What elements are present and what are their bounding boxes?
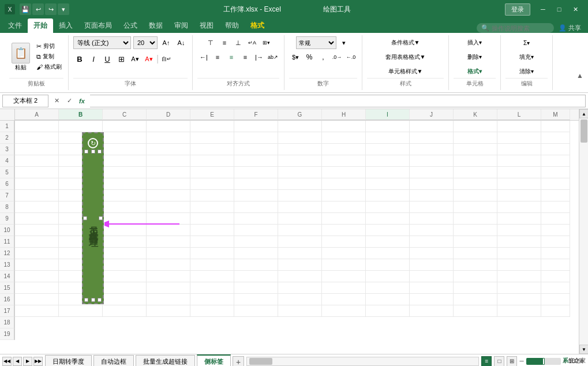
cell-L2[interactable] bbox=[497, 132, 541, 144]
align-center-btn[interactable]: ≡ bbox=[225, 51, 238, 64]
minimize-button[interactable]: ─ bbox=[535, 1, 551, 17]
login-button[interactable]: 登录 bbox=[505, 3, 530, 16]
percent-btn[interactable]: % bbox=[303, 51, 316, 64]
cell-A2[interactable] bbox=[15, 132, 59, 144]
sheet-nav-prev[interactable]: ◀ bbox=[13, 357, 22, 366]
decrease-decimal-btn[interactable]: ←.0 bbox=[344, 51, 357, 64]
handle-bc[interactable] bbox=[91, 298, 95, 302]
redo-button[interactable]: ↪ bbox=[45, 3, 57, 15]
zoom-slider[interactable] bbox=[526, 358, 561, 365]
scroll-thumb[interactable] bbox=[580, 119, 587, 143]
cell-D1[interactable] bbox=[147, 121, 190, 132]
handle-tr[interactable] bbox=[98, 150, 102, 154]
cell-H2[interactable] bbox=[322, 132, 366, 144]
cell-G2[interactable] bbox=[278, 132, 322, 144]
confirm-formula-btn[interactable]: ✓ bbox=[63, 95, 75, 107]
page-layout-view-btn[interactable]: □ bbox=[494, 356, 504, 367]
search-input[interactable] bbox=[492, 25, 549, 32]
tab-help[interactable]: 帮助 bbox=[219, 18, 245, 33]
cut-button[interactable]: ✂ 剪切 bbox=[35, 42, 63, 51]
collapse-ribbon-btn[interactable]: ▲ bbox=[576, 35, 583, 90]
handle-bl[interactable] bbox=[84, 298, 88, 302]
save-button[interactable]: 💾 bbox=[20, 3, 31, 15]
zoom-minus-btn[interactable]: ─ bbox=[519, 358, 523, 364]
delete-cells-btn[interactable]: 删除▾ bbox=[465, 51, 485, 64]
cell-H1[interactable] bbox=[322, 121, 366, 132]
tab-layout[interactable]: 页面布局 bbox=[78, 18, 118, 33]
conditional-format-btn[interactable]: 条件格式▼ bbox=[388, 36, 423, 49]
indent-decrease-btn[interactable]: ←| bbox=[197, 51, 210, 64]
cell-F1[interactable] bbox=[234, 121, 278, 132]
fill-btn[interactable]: 填充▾ bbox=[516, 51, 537, 64]
h-scroll-thumb[interactable] bbox=[249, 358, 272, 365]
align-right-btn[interactable]: ≡ bbox=[239, 51, 252, 64]
cell-F2[interactable] bbox=[234, 132, 278, 144]
number-format-select[interactable]: 常规 bbox=[296, 36, 336, 49]
clear-btn[interactable]: 清除▾ bbox=[516, 65, 537, 78]
cell-I1[interactable] bbox=[366, 121, 410, 132]
vertical-scrollbar[interactable]: ▲ ▼ bbox=[579, 109, 588, 354]
decrease-font-btn[interactable]: A↓ bbox=[175, 36, 188, 49]
rotate-handle[interactable]: ↻ bbox=[88, 138, 98, 148]
cell-K1[interactable] bbox=[454, 121, 497, 132]
sheet-nav-last[interactable]: ▶▶ bbox=[33, 357, 43, 366]
cell-M1[interactable] bbox=[541, 121, 570, 132]
sheet-tab-1[interactable]: 自动边框 bbox=[93, 355, 134, 366]
italic-button[interactable]: I bbox=[87, 53, 100, 65]
align-top-btn[interactable]: ⊤ bbox=[204, 36, 217, 49]
tab-data[interactable]: 数据 bbox=[143, 18, 168, 33]
handle-tc[interactable] bbox=[91, 150, 95, 154]
name-box[interactable]: 文本框 2 bbox=[2, 95, 48, 107]
orientation-btn[interactable]: ab↗ bbox=[267, 51, 279, 64]
cell-J1[interactable] bbox=[410, 121, 454, 132]
underline-button[interactable]: U bbox=[101, 53, 114, 65]
page-break-view-btn[interactable]: ⊞ bbox=[507, 356, 517, 367]
add-sheet-button[interactable]: + bbox=[233, 356, 244, 366]
cell-A1[interactable] bbox=[15, 121, 59, 132]
tab-review[interactable]: 审阅 bbox=[168, 18, 194, 33]
copy-button[interactable]: ⧉ 复制 bbox=[35, 52, 63, 61]
increase-decimal-btn[interactable]: .0→ bbox=[331, 51, 343, 64]
paste-button[interactable]: 📋 粘贴 bbox=[9, 42, 32, 73]
bold-button[interactable]: B bbox=[73, 53, 86, 65]
cell-E2[interactable] bbox=[190, 132, 234, 144]
text-box-shape[interactable]: ↻ 员工资料管理 bbox=[82, 132, 104, 304]
tab-format[interactable]: 格式 bbox=[245, 18, 270, 33]
cancel-formula-btn[interactable]: ✕ bbox=[51, 95, 62, 107]
fx-button[interactable]: fx bbox=[76, 95, 88, 107]
insert-cells-btn[interactable]: 插入▾ bbox=[465, 36, 485, 49]
format-cells-btn[interactable]: 格式▾ bbox=[465, 65, 485, 78]
number-format-more[interactable]: ▾ bbox=[338, 36, 350, 49]
wrap-text-btn2[interactable]: ↵A bbox=[246, 36, 259, 49]
formula-input[interactable] bbox=[90, 95, 586, 107]
sheet-tab-0[interactable]: 日期转季度 bbox=[45, 355, 92, 366]
sheet-tab-3[interactable]: 侧标签 bbox=[197, 354, 231, 366]
font-color-button[interactable]: A▾ bbox=[143, 53, 155, 65]
cell-L1[interactable] bbox=[497, 121, 541, 132]
share-label[interactable]: 👤 共享 bbox=[559, 24, 581, 32]
tab-file[interactable]: 文件 bbox=[2, 18, 28, 33]
restore-button[interactable]: □ bbox=[551, 1, 567, 17]
align-middle-btn[interactable]: ≡ bbox=[218, 36, 231, 49]
cell-I2[interactable] bbox=[366, 132, 410, 144]
close-button[interactable]: ✕ bbox=[567, 1, 583, 17]
autosum-btn[interactable]: Σ▾ bbox=[520, 36, 533, 49]
cell-C2[interactable] bbox=[103, 132, 147, 144]
table-styles-btn[interactable]: 套用表格格式▼ bbox=[383, 51, 429, 64]
tab-view[interactable]: 视图 bbox=[194, 18, 219, 33]
undo-button[interactable]: ↩ bbox=[32, 3, 44, 15]
indent-increase-btn[interactable]: |→ bbox=[253, 51, 265, 64]
tab-formula[interactable]: 公式 bbox=[118, 18, 143, 33]
cell-C1[interactable] bbox=[103, 121, 147, 132]
handle-ml[interactable] bbox=[83, 216, 87, 221]
cell-styles-btn[interactable]: 单元格样式▼ bbox=[385, 65, 426, 78]
align-bottom-btn[interactable]: ⊥ bbox=[232, 36, 245, 49]
handle-br[interactable] bbox=[98, 298, 102, 302]
scroll-up-btn[interactable]: ▲ bbox=[579, 109, 588, 118]
horizontal-scrollbar[interactable] bbox=[246, 357, 479, 366]
tab-insert[interactable]: 插入 bbox=[53, 18, 78, 33]
handle-mr[interactable] bbox=[99, 216, 103, 221]
wrap-text-btn[interactable]: 自↵ bbox=[160, 53, 173, 65]
sheet-tab-2[interactable]: 批量生成超链接 bbox=[136, 355, 195, 366]
border-button[interactable]: ⊞ bbox=[115, 53, 128, 65]
